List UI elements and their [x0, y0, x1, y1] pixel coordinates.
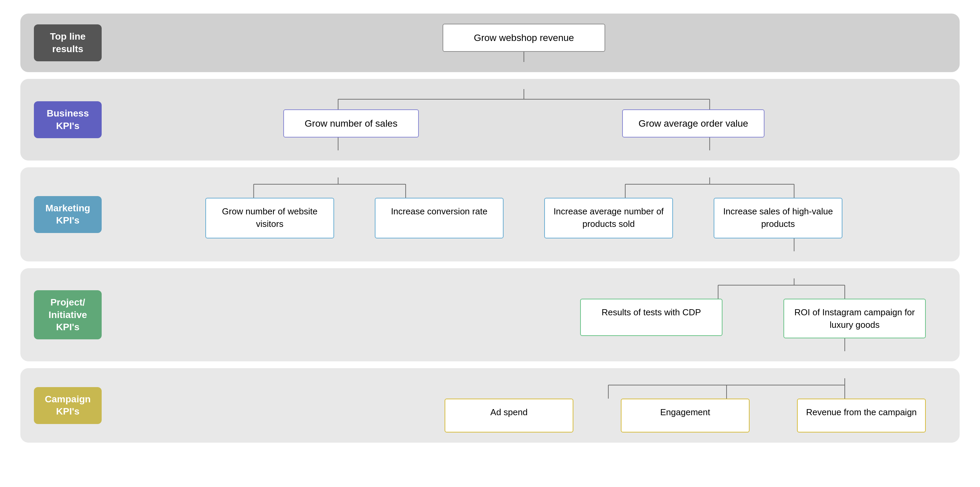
business-connector-svg	[102, 89, 946, 109]
node-results-cdp[interactable]: Results of tests with CDP	[580, 299, 722, 336]
band-campaign: Campaign KPI's Ad spend Engagement Reven…	[20, 368, 960, 443]
campaign-connector-svg-top	[102, 378, 946, 398]
node-increase-conversion-rate[interactable]: Increase conversion rate	[375, 198, 504, 238]
band-top-line-content: Grow webshop revenue	[102, 24, 946, 62]
node-increase-high-value[interactable]: Increase sales of high-value products	[714, 198, 842, 238]
band-business-content: Grow number of sales Grow average order …	[102, 89, 946, 151]
project-connector-svg-bottom	[102, 338, 946, 351]
marketing-connector-svg-top	[102, 178, 946, 198]
node-ad-spend[interactable]: Ad spend	[445, 398, 573, 433]
band-top-line: Top line results Grow webshop revenue	[20, 14, 960, 72]
node-grow-number-sales[interactable]: Grow number of sales	[283, 109, 419, 138]
node-grow-webshop-revenue[interactable]: Grow webshop revenue	[442, 24, 605, 52]
label-marketing: Marketing KPI's	[34, 196, 102, 233]
label-campaign: Campaign KPI's	[34, 387, 102, 424]
band-marketing-content: Grow number of website visitors Increase…	[102, 178, 946, 251]
marketing-connector-svg-bottom	[102, 238, 946, 251]
node-grow-website-visitors[interactable]: Grow number of website visitors	[205, 198, 334, 238]
business-connector-svg-bottom	[102, 137, 946, 151]
project-connector-svg-top	[102, 278, 946, 299]
diagram-container: Top line results Grow webshop revenue Bu…	[0, 0, 980, 456]
node-roi-instagram[interactable]: ROI of Instagram campaign for luxury goo…	[783, 299, 926, 338]
node-engagement[interactable]: Engagement	[621, 398, 749, 433]
band-campaign-content: Ad spend Engagement Revenue from the cam…	[102, 378, 946, 433]
band-project: Project/ Initiative KPI's Results of tes…	[20, 268, 960, 362]
label-business: Business KPI's	[34, 101, 102, 138]
band-project-content: Results of tests with CDP ROI of Instagr…	[102, 278, 946, 351]
label-top-line: Top line results	[34, 24, 102, 61]
band-business: Business KPI's Grow number of sales Grow…	[20, 79, 960, 160]
node-grow-average-order[interactable]: Grow average order value	[622, 109, 764, 138]
label-project: Project/ Initiative KPI's	[34, 290, 102, 339]
node-revenue-campaign[interactable]: Revenue from the campaign	[797, 398, 926, 433]
band-marketing: Marketing KPI's Grow number of w	[20, 167, 960, 262]
node-increase-avg-products[interactable]: Increase average number of products sold	[544, 198, 673, 238]
